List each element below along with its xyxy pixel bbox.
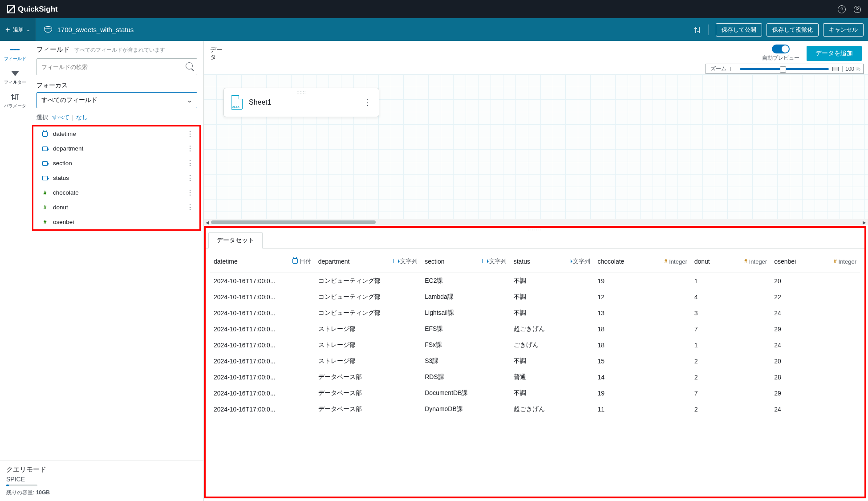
table-row[interactable]: 2024-10-16T17:00:0...コンピューティング部Lambda課不調… (210, 289, 860, 305)
cancel-button[interactable]: キャンセル (823, 23, 864, 37)
cell-donut: 3 (691, 305, 771, 321)
dataset-preview: ::::::: データセット datetime 日付department 文字列… (204, 226, 866, 498)
sheet-node[interactable]: :::::: XLSX Sheet1 ⋮ (223, 88, 379, 117)
table-row[interactable]: 2024-10-16T17:00:0...データベース部DynamoDB課超ごき… (210, 401, 860, 417)
zoom-fit-icon[interactable] (730, 67, 736, 71)
field-menu-icon[interactable]: ⋮ (187, 159, 193, 167)
resize-grip-icon[interactable]: ::::::: (206, 228, 864, 232)
table-row[interactable]: 2024-10-16T17:00:0...データベース部RDS課普通14228 (210, 369, 860, 385)
cell-osenbei: 22 (771, 289, 860, 305)
number-type-icon: # (744, 258, 747, 265)
column-header-chocolate[interactable]: chocolate# Integer (594, 248, 690, 273)
cell-chocolate: 14 (594, 369, 690, 385)
field-menu-icon[interactable]: ⋮ (187, 188, 193, 197)
scroll-right-icon[interactable]: ▶ (863, 220, 866, 225)
cell-osenbei: 20 (771, 273, 860, 289)
column-header-department[interactable]: department 文字列 (315, 248, 422, 273)
scroll-thumb[interactable] (211, 220, 376, 224)
help-icon[interactable]: ? (838, 5, 846, 13)
query-mode-value: SPICE (6, 476, 197, 483)
column-header-status[interactable]: status 文字列 (510, 248, 594, 273)
field-menu-icon[interactable]: ⋮ (187, 174, 193, 182)
column-header-datetime[interactable]: datetime 日付 (210, 248, 315, 273)
cell-chocolate: 13 (594, 305, 690, 321)
save-publish-button[interactable]: 保存して公開 (716, 23, 762, 37)
plus-icon: + (5, 26, 10, 34)
cell-section: Lightsail課 (421, 305, 510, 321)
field-item-status[interactable]: status⋮ (39, 171, 196, 185)
search-icon (186, 62, 193, 69)
fields-panel: フィールド すべてのフィールドが含まれています フォーカス すべてのフィールド … (30, 41, 204, 501)
field-item-chocolate[interactable]: #chocolate⋮ (39, 185, 196, 200)
field-item-osenbei[interactable]: #osenbei (39, 215, 196, 229)
cell-donut: 2 (691, 369, 771, 385)
cell-osenbei: 24 (771, 401, 860, 417)
cell-section: S3課 (421, 353, 510, 369)
cell-datetime: 2024-10-16T17:00:0... (210, 401, 315, 417)
cell-osenbei: 24 (771, 305, 860, 321)
rail-fields[interactable]: フィールド (4, 45, 26, 61)
table-row[interactable]: 2024-10-16T17:00:0...データベース部DocumentDB課不… (210, 385, 860, 401)
canvas-h-scrollbar[interactable]: ◀ ▶ (204, 219, 868, 225)
column-header-donut[interactable]: donut# Integer (691, 248, 771, 273)
dataset-tab[interactable]: データセット (208, 232, 263, 248)
cell-osenbei: 29 (771, 385, 860, 401)
sub-header: + 追加 ⌄ 1700_sweets_with_status 保存して公開 保存… (0, 18, 868, 41)
field-item-datetime[interactable]: datetime⋮ (39, 126, 196, 141)
zoom-control[interactable]: ズーム 100 % (706, 64, 864, 74)
chevron-down-icon: ⌄ (187, 97, 192, 104)
table-row[interactable]: 2024-10-16T17:00:0...コンピューティング部EC2課不調191… (210, 273, 860, 289)
select-none-link[interactable]: なし (76, 114, 88, 121)
auto-preview-toggle[interactable] (772, 45, 790, 53)
spice-remaining: 残りの容量: 10GB (6, 489, 197, 497)
table-row[interactable]: 2024-10-16T17:00:0...コンピューティング部Lightsail… (210, 305, 860, 321)
app-logo[interactable]: QuickSight (7, 5, 58, 14)
cell-department: ストレージ部 (315, 321, 422, 337)
zoom-slider[interactable] (740, 68, 829, 70)
zoom-actual-icon[interactable] (832, 67, 839, 71)
cell-section: Lambda課 (421, 289, 510, 305)
user-icon[interactable] (854, 6, 861, 13)
top-header: QuickSight ? (0, 0, 868, 18)
focus-select[interactable]: すべてのフィールド ⌄ (37, 92, 197, 108)
number-type-icon: # (665, 258, 668, 265)
save-visualize-button[interactable]: 保存して視覚化 (767, 23, 819, 37)
number-type-icon: # (834, 258, 837, 265)
scroll-left-icon[interactable]: ◀ (206, 220, 209, 225)
field-item-donut[interactable]: #donut⋮ (39, 200, 196, 215)
spice-usage-bar (6, 485, 37, 486)
canvas-data-label: データ (210, 46, 223, 61)
cell-department: ストレージ部 (315, 353, 422, 369)
field-menu-icon[interactable]: ⋮ (187, 130, 193, 138)
table-row[interactable]: 2024-10-16T17:00:0...ストレージ部FSx課ごきげん18124 (210, 337, 860, 353)
cell-osenbei: 29 (771, 321, 860, 337)
string-type-icon (42, 161, 48, 166)
sheet-menu-icon[interactable]: ⋮ (364, 98, 372, 107)
select-all-link[interactable]: すべて (52, 114, 69, 121)
fields-subtitle: すべてのフィールドが含まれています (74, 46, 165, 54)
add-button[interactable]: + 追加 ⌄ (0, 18, 36, 41)
field-menu-icon[interactable]: ⋮ (187, 144, 193, 153)
string-type-icon (566, 258, 571, 265)
drag-handle-icon[interactable]: :::::: (296, 90, 306, 94)
field-item-department[interactable]: department⋮ (39, 141, 196, 156)
column-header-osenbei[interactable]: osenbei# Integer (771, 248, 860, 273)
parameter-icon (10, 93, 20, 102)
table-row[interactable]: 2024-10-16T17:00:0...ストレージ部EFS課超ごきげん1872… (210, 321, 860, 337)
column-header-section[interactable]: section 文字列 (421, 248, 510, 273)
field-search-input[interactable] (37, 58, 197, 75)
add-data-button[interactable]: データを追加 (807, 46, 862, 61)
filter-icon (10, 69, 20, 78)
cell-datetime: 2024-10-16T17:00:0... (210, 385, 315, 401)
canvas-grid[interactable]: :::::: XLSX Sheet1 ⋮ ◀ ▶ (204, 74, 868, 225)
rail-filter[interactable]: フィルター (4, 69, 26, 85)
field-item-section[interactable]: section⋮ (39, 156, 196, 171)
cell-section: RDS課 (421, 369, 510, 385)
settings-sliders-icon[interactable] (694, 26, 701, 33)
rail-parameter[interactable]: パラメータ (4, 93, 26, 108)
table-row[interactable]: 2024-10-16T17:00:0...ストレージ部S3課不調15220 (210, 353, 860, 369)
cell-section: FSx課 (421, 337, 510, 353)
cell-section: DocumentDB課 (421, 385, 510, 401)
cell-status: 超ごきげん (510, 321, 594, 337)
field-menu-icon[interactable]: ⋮ (187, 203, 193, 212)
